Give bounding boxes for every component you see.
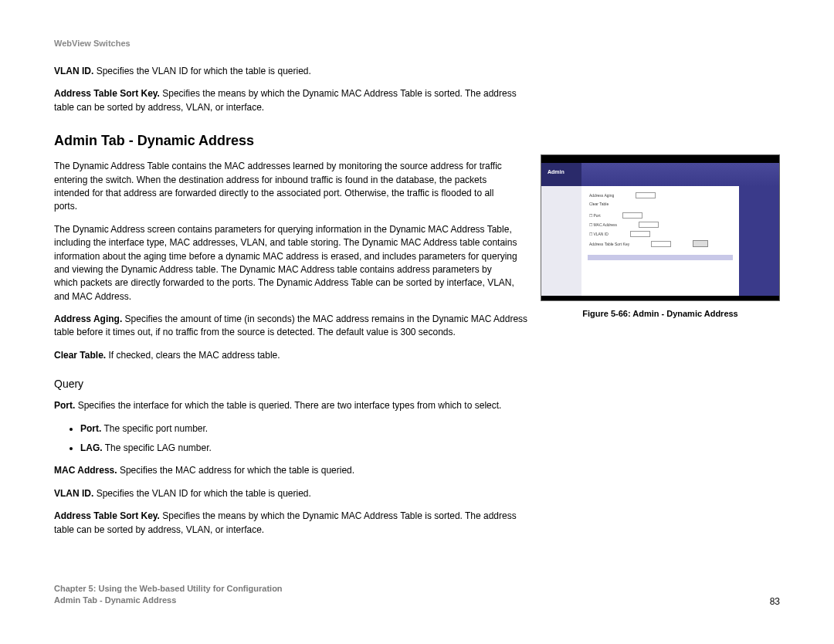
vlan-id-label: VLAN ID.: [54, 66, 93, 76]
query-sort: Address Table Sort Key. Specifies the me…: [54, 510, 533, 537]
query-port-text: Specifies the interface for which the ta…: [75, 400, 501, 411]
bullet-lag: LAG. The specific LAG number.: [80, 442, 544, 455]
intro-sort-key: Address Table Sort Key. Specifies the me…: [54, 87, 533, 114]
address-aging-label: Address Aging.: [54, 314, 122, 324]
fig-table-header: [588, 255, 733, 260]
fig-bottom: [541, 296, 779, 300]
clear-table: Clear Table. If checked, clears the MAC …: [54, 349, 533, 362]
fig-row-3: ☐ Port: [581, 211, 739, 220]
bullet-lag-label: LAG.: [80, 442, 103, 453]
fig-topbar: [541, 155, 779, 163]
bullet-lag-text: The specific LAG number.: [103, 442, 212, 453]
fig-nav-tab: [541, 163, 581, 186]
figure-caption: Figure 5-66: Admin - Dynamic Address: [541, 309, 780, 318]
footer-section: Admin Tab - Dynamic Address: [54, 595, 283, 606]
footer-chapter: Chapter 5: Using the Web-based Utility f…: [54, 583, 283, 595]
fig-row-4: ☐ MAC Address: [581, 220, 739, 229]
figure-screenshot: Admin Address Aging Clear Table ☐ Port ☐…: [541, 154, 780, 301]
intro-vlan-id: VLAN ID. Specifies the VLAN ID for which…: [54, 65, 533, 78]
bullet-port-text: The specific port number.: [101, 423, 208, 434]
section-paragraph-2: The Dynamic Address screen contains para…: [54, 223, 517, 303]
query-port: Port. Specifies the interface for which …: [54, 399, 564, 412]
bullet-port-label: Port.: [80, 423, 101, 434]
query-vlan: VLAN ID. Specifies the VLAN ID for which…: [54, 487, 533, 500]
query-port-label: Port.: [54, 400, 75, 411]
query-vlan-label: VLAN ID.: [54, 488, 93, 499]
page-header-title: WebView Switches: [54, 39, 780, 48]
fig-content: Address Aging Clear Table ☐ Port ☐ MAC A…: [581, 186, 739, 296]
query-mac-label: MAC Address.: [54, 465, 117, 476]
footer-page-number: 83: [770, 596, 780, 607]
section-paragraph-1: The Dynamic Address Table contains the M…: [54, 160, 517, 214]
fig-tab-label: Admin: [548, 169, 564, 175]
footer-left: Chapter 5: Using the Web-based Utility f…: [54, 583, 283, 607]
sort-key-label: Address Table Sort Key.: [54, 88, 160, 99]
section-heading: Admin Tab - Dynamic Address: [54, 133, 780, 149]
fig-rightcol: [739, 186, 779, 296]
query-sort-label: Address Table Sort Key.: [54, 510, 160, 521]
fig-row-6: Address Table Sort Key: [581, 239, 739, 249]
fig-row-5: ☐ VLAN ID: [581, 229, 739, 239]
query-mac: MAC Address. Specifies the MAC address f…: [54, 464, 533, 477]
bullet-port: Port. The specific port number.: [80, 422, 544, 436]
page-footer: Chapter 5: Using the Web-based Utility f…: [54, 583, 780, 607]
fig-sidebar: [541, 186, 581, 296]
clear-table-text: If checked, clears the MAC address table…: [106, 350, 280, 361]
address-aging: Address Aging. Specifies the amount of t…: [54, 313, 533, 340]
query-vlan-text: Specifies the VLAN ID for which the tabl…: [93, 488, 310, 499]
vlan-id-text: Specifies the VLAN ID for which the tabl…: [93, 66, 310, 76]
query-mac-text: Specifies the MAC address for which the …: [117, 465, 355, 476]
address-aging-text: Specifies the amount of time (in seconds…: [54, 314, 527, 337]
figure-container: Admin Address Aging Clear Table ☐ Port ☐…: [541, 154, 780, 318]
query-bullets: Port. The specific port number. LAG. The…: [54, 422, 544, 456]
clear-table-label: Clear Table.: [54, 350, 106, 361]
fig-row-1: Address Aging: [581, 191, 739, 200]
fig-row-2: Clear Table: [581, 200, 739, 208]
query-heading: Query: [54, 378, 780, 390]
